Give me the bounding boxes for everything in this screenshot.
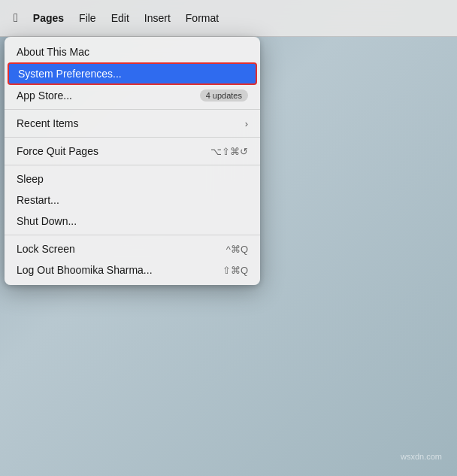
app-store-label: App Store... xyxy=(17,89,72,102)
menu-bar-file[interactable]: File xyxy=(71,7,104,29)
recent-items-chevron: › xyxy=(245,118,248,129)
apple-menu[interactable]:  xyxy=(6,7,26,29)
separator-3 xyxy=(5,165,260,165)
watermark: wsxdn.com xyxy=(401,452,442,461)
menu-bar-insert[interactable]: Insert xyxy=(137,7,178,29)
separator-1 xyxy=(5,109,260,110)
menu-item-about-mac[interactable]: About This Mac xyxy=(5,41,260,62)
menu-item-sleep[interactable]: Sleep xyxy=(5,168,260,189)
menu-bar-pages[interactable]: Pages xyxy=(26,7,71,29)
menu-bar:  Pages File Edit Insert Format xyxy=(0,0,457,37)
menu-item-system-preferences[interactable]: System Preferences... xyxy=(8,62,257,85)
force-quit-label: Force Quit Pages xyxy=(17,145,98,157)
menu-item-shut-down[interactable]: Shut Down... xyxy=(5,211,260,232)
menu-item-recent-items[interactable]: Recent Items › xyxy=(5,113,260,134)
recent-items-label: Recent Items xyxy=(17,117,78,129)
separator-2 xyxy=(5,137,260,138)
shut-down-label: Shut Down... xyxy=(17,215,77,227)
lock-screen-shortcut: ^⌘Q xyxy=(226,244,248,255)
log-out-shortcut: ⇧⌘Q xyxy=(222,265,248,276)
force-quit-shortcut: ⌥⇧⌘↺ xyxy=(210,146,248,157)
lock-screen-label: Lock Screen xyxy=(17,243,75,255)
separator-4 xyxy=(5,235,260,235)
menu-item-app-store[interactable]: App Store... 4 updates xyxy=(5,85,260,106)
sleep-label: Sleep xyxy=(17,173,44,185)
menu-item-log-out[interactable]: Log Out Bhoomika Sharma... ⇧⌘Q xyxy=(5,259,260,280)
menu-item-lock-screen[interactable]: Lock Screen ^⌘Q xyxy=(5,238,260,259)
menu-bar-format[interactable]: Format xyxy=(178,7,226,29)
menu-item-restart[interactable]: Restart... xyxy=(5,189,260,211)
system-preferences-label: System Preferences... xyxy=(18,68,122,80)
app-store-badge: 4 updates xyxy=(200,89,248,102)
restart-label: Restart... xyxy=(17,194,59,206)
apple-dropdown-menu: About This Mac System Preferences... App… xyxy=(5,37,260,285)
about-mac-label: About This Mac xyxy=(17,46,89,58)
log-out-label: Log Out Bhoomika Sharma... xyxy=(17,264,153,276)
menu-item-force-quit[interactable]: Force Quit Pages ⌥⇧⌘↺ xyxy=(5,141,260,162)
menu-bar-edit[interactable]: Edit xyxy=(104,7,137,29)
